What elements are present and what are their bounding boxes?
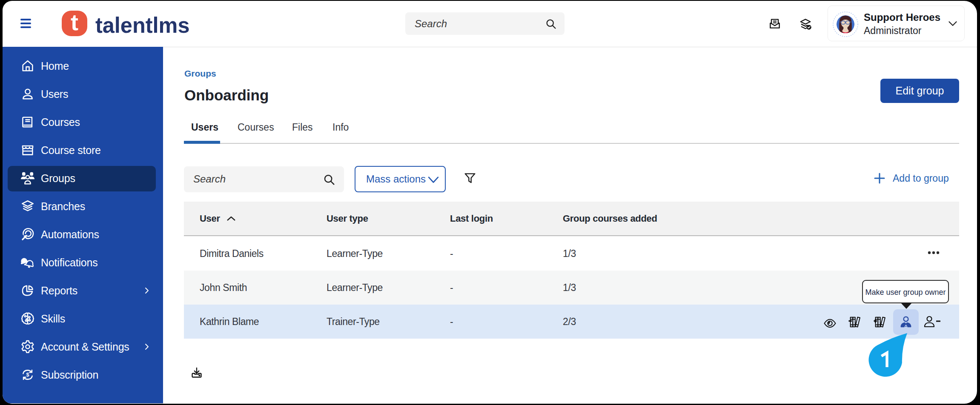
svg-text:$: $	[26, 371, 29, 378]
